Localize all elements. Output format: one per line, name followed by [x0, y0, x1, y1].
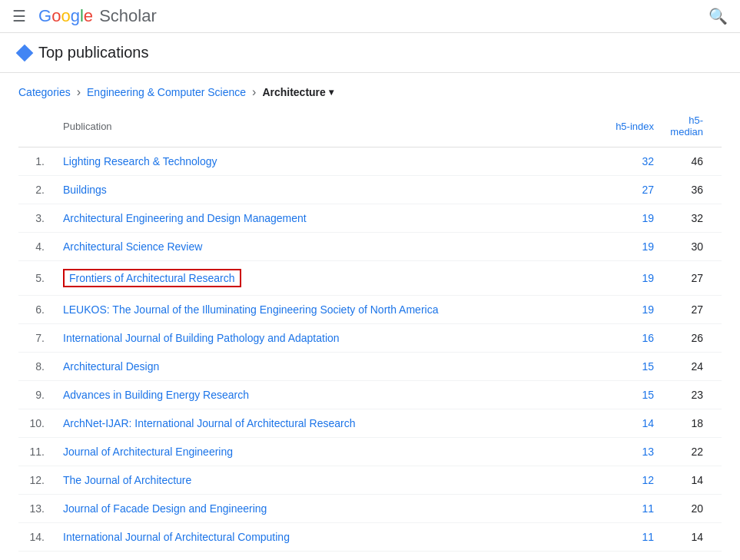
h5-index-cell[interactable]: 13 — [599, 438, 660, 466]
table-row: 3.Architectural Engineering and Design M… — [18, 204, 722, 233]
rank-cell: 12. — [18, 466, 57, 495]
publication-header: Publication — [57, 108, 599, 147]
rank-cell: 8. — [18, 353, 57, 381]
table-row: 13.Journal of Facade Design and Engineer… — [18, 495, 722, 523]
h5-median-cell: 26 — [660, 324, 722, 353]
publication-name-cell[interactable]: The Journal of Architecture — [57, 466, 599, 495]
h5-median-cell: 30 — [660, 233, 722, 261]
breadcrumb-architecture-label: Architecture — [262, 86, 325, 98]
h5-index-cell[interactable]: 11 — [599, 523, 660, 552]
rank-cell: 5. — [18, 261, 57, 296]
h5-index-cell[interactable]: 12 — [599, 466, 660, 495]
h5-median-cell: 22 — [660, 438, 722, 466]
hamburger-menu-icon[interactable]: ☰ — [12, 7, 26, 25]
publication-name-cell[interactable]: Architectural Design — [57, 353, 599, 381]
h5-index-cell[interactable]: 16 — [599, 324, 660, 353]
h5-median-cell: 46 — [660, 147, 722, 176]
h5-index-cell[interactable]: 19 — [599, 261, 660, 296]
table-row: 2.Buildings2736 — [18, 176, 722, 204]
publication-name-cell[interactable]: Frontiers of Architectural Research — [57, 261, 599, 296]
highlighted-publication-name: Frontiers of Architectural Research — [63, 269, 241, 287]
publication-name-cell[interactable]: International Journal of Building Pathol… — [57, 324, 599, 353]
rank-cell: 14. — [18, 523, 57, 552]
rank-header — [18, 108, 57, 147]
breadcrumb: Categories › Engineering & Computer Scie… — [0, 73, 740, 108]
breadcrumb-dropdown-arrow: ▾ — [329, 87, 333, 98]
logo-scholar: Scholar — [95, 6, 157, 26]
publication-name-cell[interactable]: LEUKOS: The Journal of the Illuminating … — [57, 296, 599, 324]
h5-index-cell[interactable]: 32 — [599, 147, 660, 176]
h5-median-cell: 18 — [660, 409, 722, 438]
h5-median-cell: 14 — [660, 523, 722, 552]
h5-median-header[interactable]: h5-median — [660, 108, 722, 147]
table-row: 7.International Journal of Building Path… — [18, 324, 722, 353]
publications-table-container: Publication h5-index h5-median 1.Lightin… — [0, 108, 740, 560]
rank-cell: 11. — [18, 438, 57, 466]
h5-index-cell[interactable]: 11 — [599, 495, 660, 523]
breadcrumb-separator-1: › — [77, 85, 81, 99]
logo-g2: g — [71, 6, 80, 26]
publication-name-cell[interactable]: Architectural Engineering and Design Man… — [57, 204, 599, 233]
publication-name-cell[interactable]: International Journal of Architectural C… — [57, 523, 599, 552]
header: ☰ Google Scholar 🔍 — [0, 0, 740, 33]
publication-name-cell[interactable]: Journal of Architectural Engineering — [57, 438, 599, 466]
table-row: 6.LEUKOS: The Journal of the Illuminatin… — [18, 296, 722, 324]
h5-index-cell[interactable]: 19 — [599, 204, 660, 233]
rank-cell: 2. — [18, 176, 57, 204]
h5-median-cell: 24 — [660, 353, 722, 381]
publication-name-cell[interactable]: Journal of Green Building — [57, 552, 599, 561]
publication-name-cell[interactable]: ArchNet-IJAR: International Journal of A… — [57, 409, 599, 438]
logo-g: G — [38, 6, 51, 26]
publication-name-cell[interactable]: Architectural Science Review — [57, 233, 599, 261]
search-icon[interactable]: 🔍 — [708, 7, 728, 25]
table-row: 1.Lighting Research & Technology3246 — [18, 147, 722, 176]
table-row: 10.ArchNet-IJAR: International Journal o… — [18, 409, 722, 438]
logo-o1: o — [51, 6, 61, 26]
h5-index-cell[interactable]: 14 — [599, 409, 660, 438]
h5-index-cell[interactable]: 15 — [599, 381, 660, 409]
table-row: 4.Architectural Science Review1930 — [18, 233, 722, 261]
rank-cell: 7. — [18, 324, 57, 353]
h5-median-cell: 13 — [660, 552, 722, 561]
rank-cell: 9. — [18, 381, 57, 409]
h5-median-cell: 23 — [660, 381, 722, 409]
header-left: ☰ Google Scholar — [12, 6, 157, 26]
logo-e: e — [84, 6, 93, 26]
rank-cell: 10. — [18, 409, 57, 438]
h5-median-cell: 27 — [660, 296, 722, 324]
h5-index-cell[interactable]: 27 — [599, 176, 660, 204]
table-row: 8.Architectural Design1524 — [18, 353, 722, 381]
logo-o2: o — [61, 6, 70, 26]
rank-cell: 15. — [18, 552, 57, 561]
table-row: 14.International Journal of Architectura… — [18, 523, 722, 552]
h5-index-header[interactable]: h5-index — [599, 108, 660, 147]
h5-index-cell[interactable]: 19 — [599, 296, 660, 324]
h5-median-cell: 27 — [660, 261, 722, 296]
table-row: 9.Advances in Building Energy Research15… — [18, 381, 722, 409]
h5-median-cell: 32 — [660, 204, 722, 233]
breadcrumb-categories[interactable]: Categories — [18, 86, 71, 98]
publication-name-cell[interactable]: Journal of Facade Design and Engineering — [57, 495, 599, 523]
publications-table: Publication h5-index h5-median 1.Lightin… — [18, 108, 722, 560]
publication-name-cell[interactable]: Buildings — [57, 176, 599, 204]
breadcrumb-architecture[interactable]: Architecture ▾ — [262, 86, 333, 98]
table-row: 5.Frontiers of Architectural Research192… — [18, 261, 722, 296]
publication-name-cell[interactable]: Lighting Research & Technology — [57, 147, 599, 176]
h5-median-cell: 20 — [660, 495, 722, 523]
rank-cell: 6. — [18, 296, 57, 324]
google-scholar-logo: Google Scholar — [38, 6, 157, 26]
publication-name-cell[interactable]: Advances in Building Energy Research — [57, 381, 599, 409]
diamond-icon — [16, 44, 34, 61]
table-row: 15.Journal of Green Building1113 — [18, 552, 722, 561]
rank-cell: 13. — [18, 495, 57, 523]
h5-index-cell[interactable]: 11 — [599, 552, 660, 561]
h5-index-cell[interactable]: 19 — [599, 233, 660, 261]
breadcrumb-engineering[interactable]: Engineering & Computer Science — [87, 86, 246, 98]
table-header: Publication h5-index h5-median — [18, 108, 722, 147]
top-publications-bar: Top publications — [0, 33, 740, 73]
top-publications-label: Top publications — [38, 44, 148, 61]
breadcrumb-separator-2: › — [252, 85, 256, 99]
rank-cell: 3. — [18, 204, 57, 233]
h5-index-cell[interactable]: 15 — [599, 353, 660, 381]
rank-cell: 4. — [18, 233, 57, 261]
